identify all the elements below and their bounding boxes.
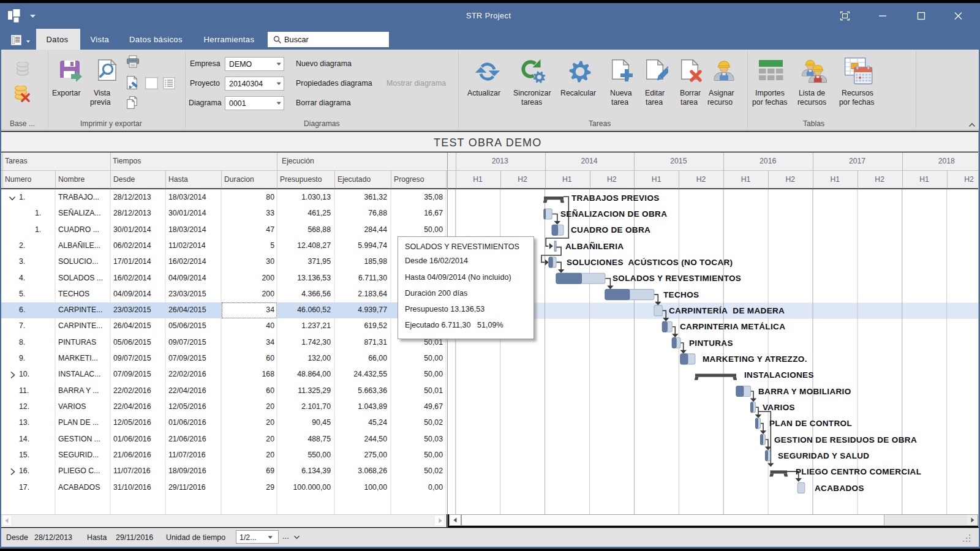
svg-text:BARRA Y MOBILIARIO: BARRA Y MOBILIARIO xyxy=(758,386,851,395)
svg-text:GESTION DE RESIDUOS DE OBRA: GESTION DE RESIDUOS DE OBRA xyxy=(774,435,917,444)
svg-text:MARKETING Y ATREZZO.: MARKETING Y ATREZZO. xyxy=(703,354,807,364)
svg-text:ACABADOS: ACABADOS xyxy=(815,483,864,492)
svg-text:CARPINTERIA METÁLICA: CARPINTERIA METÁLICA xyxy=(680,322,785,331)
svg-text:PINTURAS: PINTURAS xyxy=(689,338,733,347)
svg-text:SOLUCIONES ACÚSTICOS (NO TOCA: SOLUCIONES ACÚSTICOS (NO TOCAR) xyxy=(567,258,733,267)
svg-text:TRABAJOS PREVIOS: TRABAJOS PREVIOS xyxy=(571,193,660,202)
svg-text:ALBAÑILERIA: ALBAÑILERIA xyxy=(565,241,624,250)
svg-text:TECHOS: TECHOS xyxy=(663,290,699,299)
svg-text:CARPINTERÍA DE MADERA: CARPINTERÍA DE MADERA xyxy=(669,306,785,315)
svg-text:VARIOS: VARIOS xyxy=(763,402,795,411)
svg-text:SEGURIDAD Y SALUD: SEGURIDAD Y SALUD xyxy=(778,451,869,460)
svg-text:SOLADOS Y REVESTIMIENTOS: SOLADOS Y REVESTIMIENTOS xyxy=(612,274,741,283)
svg-text:SEÑALIZACION DE OBRA: SEÑALIZACION DE OBRA xyxy=(560,209,667,219)
svg-text:CUADRO DE OBRA: CUADRO DE OBRA xyxy=(571,225,650,234)
svg-text:PLIEGO CENTRO COMERCIAL: PLIEGO CENTRO COMERCIAL xyxy=(796,467,921,476)
svg-text:INSTALACIONES: INSTALACIONES xyxy=(744,370,814,380)
svg-text:PLAN DE CONTROL: PLAN DE CONTROL xyxy=(769,419,852,428)
